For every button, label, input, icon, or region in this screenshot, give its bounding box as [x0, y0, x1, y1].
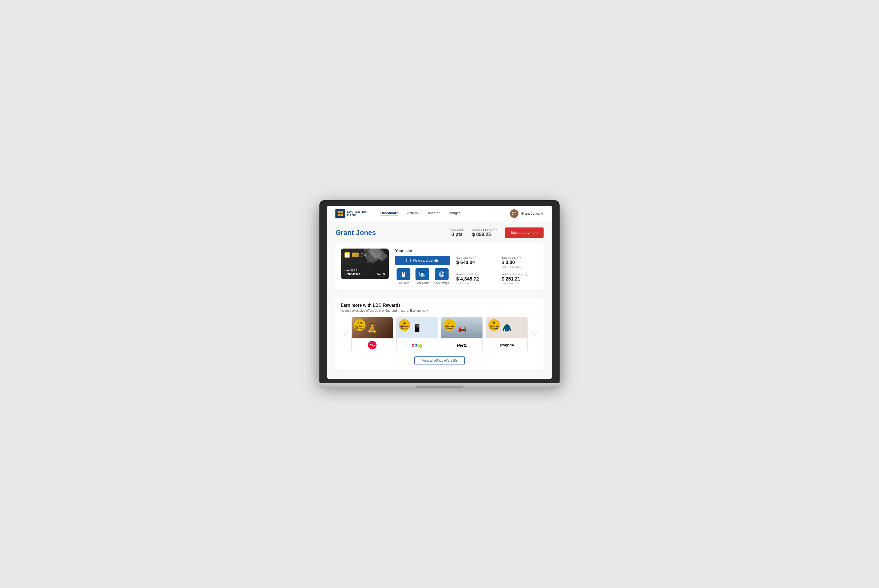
card-balance-info-icon[interactable]: i [473, 256, 476, 259]
nav-dashboard[interactable]: Dashboard [380, 211, 399, 216]
carousel-prev-button[interactable]: ‹ [341, 331, 348, 338]
available-credit-block: Available credit i $ 4,348.72 Limit $ 5,… [456, 273, 493, 285]
reward-card-ebay[interactable]: 📱 4 points per $1 spent ebay [396, 317, 438, 352]
svg-rect-6 [401, 274, 405, 277]
credit-card-visual: )))) •••• 5927 Grant Jones VISA Infinite [341, 249, 389, 279]
laptop-base [319, 383, 560, 388]
screen-bezel: LAURENTIAN BANK Dashboard Activity Rewar… [319, 200, 560, 383]
points-value: 0 pts [451, 232, 464, 237]
rewards-title: Earn more with LBC Rewards [341, 303, 538, 308]
instalment-balance-block: Instalment balance i $ 251.21 Limit $ 5,… [502, 273, 538, 285]
logo-area: LAURENTIAN BANK [335, 209, 368, 218]
rewards-section: Earn more with LBC Rewards Access exclus… [335, 298, 544, 370]
nav-activity[interactable]: Activity [407, 211, 418, 216]
your-card-panel: Your card View card details [395, 249, 450, 285]
view-all-eshop-button[interactable]: View all eShop offers (8) [415, 356, 464, 365]
hertz-logo-text: Hertz [457, 343, 467, 348]
lock-card-icon [397, 268, 410, 280]
account-balance-value: $ 899.25 [472, 232, 497, 237]
lock-online-button[interactable]: Lock online [415, 268, 431, 285]
nav-links: Dashboard Activity Rewards Budget [380, 211, 510, 216]
instalment-balance-label: Instalment balance i [502, 273, 538, 276]
user-name: Grant Jones ∨ [521, 212, 544, 216]
svg-rect-3 [341, 214, 343, 216]
navigation: LAURENTIAN BANK Dashboard Activity Rewar… [327, 206, 552, 221]
lock-online-icon [415, 268, 429, 280]
rewards-carousel: ‹ 10 points per $1 spent [341, 317, 538, 352]
lululemon-reward-image: 10 points per $1 spent [352, 317, 393, 338]
lululemon-logo-svg [367, 340, 377, 350]
instalment-balance-sub: Limit $ 5,000.00 [502, 282, 538, 285]
svg-rect-10 [421, 273, 424, 274]
points-label: Your points [451, 228, 464, 231]
patagonia-logo-text: patagonia [500, 343, 514, 347]
nav-rewards[interactable]: Rewards [427, 211, 440, 216]
balance-info-icon[interactable]: i [493, 228, 497, 231]
lululemon-points-badge: 10 points per $1 spent [354, 319, 365, 331]
nav-budget[interactable]: Budget [449, 211, 460, 216]
svg-rect-4 [406, 259, 411, 262]
card-balance-label: Card balance i [456, 256, 493, 259]
balance-due-value: $ 0.00 [502, 260, 538, 266]
main-content: Grant Jones Your points 0 pts Account Ba… [327, 221, 552, 379]
lock-card-label: Lock card [398, 282, 409, 285]
patagonia-reward-image: 🧥 5 points per $1 spent [486, 317, 527, 338]
user-menu[interactable]: GJ Grant Jones ∨ [510, 209, 544, 218]
hertz-reward-image: 🚗 3 points per $1 spent [441, 317, 482, 338]
account-balance-block: Account Balance i $ 899.25 [472, 228, 497, 237]
reward-card-hertz[interactable]: 🚗 3 points per $1 spent Hertz [441, 317, 483, 352]
card-stats: Card balance i $ 648.04 Balance due i $ … [456, 249, 538, 285]
available-credit-value: $ 4,348.72 [456, 276, 493, 282]
hertz-logo: Hertz [441, 338, 482, 352]
balance-due-info-icon[interactable]: i [517, 256, 521, 259]
card-actions: Lock card [395, 268, 450, 285]
lock-online-label: Lock online [416, 282, 429, 285]
card-number: •••• 5927 [344, 269, 385, 272]
top-section: Grant Jones Your points 0 pts Account Ba… [335, 228, 544, 238]
reward-card-lululemon[interactable]: 10 points per $1 spent [352, 317, 393, 352]
view-all-container: View all eShop offers (8) [341, 356, 538, 365]
bank-name-line1: LAURENTIAN [347, 210, 368, 213]
points-block: Your points 0 pts [451, 228, 464, 237]
lock-foreign-button[interactable]: Lock foreign [433, 268, 450, 285]
ebay-logo: ebay [397, 338, 438, 352]
laptop-shell: LAURENTIAN BANK Dashboard Activity Rewar… [319, 200, 560, 388]
view-card-details-button[interactable]: View card details [395, 256, 450, 265]
bank-name: LAURENTIAN BANK [347, 210, 368, 216]
lock-foreign-icon [435, 268, 449, 280]
patagonia-logo: patagonia [486, 338, 527, 352]
rewards-cards: 10 points per $1 spent [352, 317, 527, 352]
hertz-points-badge: 3 points per $1 spent [443, 319, 455, 331]
card-brand: VISA [377, 272, 385, 276]
bank-name-line2: BANK [347, 214, 368, 217]
account-balance-label: Account Balance i [472, 228, 497, 231]
balance-due-sub: Due Nov 30, 0001 [502, 266, 538, 268]
balance-due-label: Balance due i [502, 256, 538, 259]
card-chip [352, 252, 359, 257]
ebay-logo-text: ebay [412, 342, 422, 348]
screen: LAURENTIAN BANK Dashboard Activity Rewar… [327, 206, 552, 379]
lock-foreign-label: Lock foreign [434, 282, 449, 285]
bank-logo-icon [335, 209, 345, 218]
lock-card-button[interactable]: Lock card [395, 268, 412, 285]
svg-rect-0 [338, 211, 340, 213]
ebay-reward-image: 📱 4 points per $1 spent [397, 317, 438, 338]
rewards-subtitle: Access exclusive offers both online and … [341, 309, 538, 312]
card-balance-block: Card balance i $ 648.04 [456, 256, 493, 268]
balance-due-block: Balance due i $ 0.00 Due Nov 30, 0001 [502, 256, 538, 268]
page-greeting: Grant Jones [335, 228, 451, 237]
card-logo-mark [344, 252, 350, 258]
lululemon-logo [352, 338, 393, 352]
available-credit-sub: Limit $ 5,000.00 [456, 282, 493, 285]
patagonia-points-badge: 5 points per $1 spent [488, 319, 500, 331]
svg-rect-2 [338, 214, 340, 216]
card-brand-sub: Infinite [379, 276, 385, 278]
available-credit-info-icon[interactable]: i [475, 273, 478, 276]
user-avatar: GJ [510, 209, 518, 218]
instalment-balance-value: $ 251.21 [502, 276, 538, 282]
instalment-info-icon[interactable]: i [525, 273, 528, 276]
make-payment-button[interactable]: Make a payment [505, 228, 544, 238]
carousel-next-button[interactable]: › [531, 331, 538, 338]
reward-card-patagonia[interactable]: 🧥 5 points per $1 spent patagonia [486, 317, 527, 352]
card-nfc-icon: )))) [361, 253, 366, 257]
